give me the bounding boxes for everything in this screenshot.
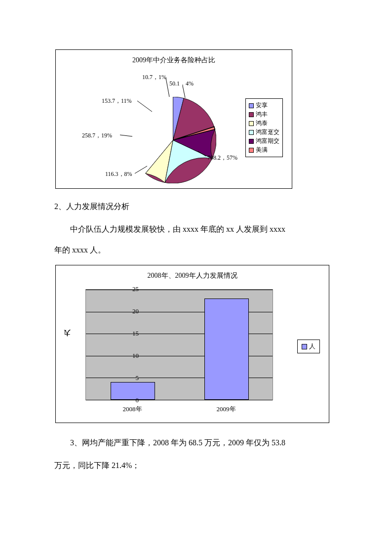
bar-2008 <box>111 382 155 400</box>
legend-item-hongtai: 鸿泰 <box>249 119 279 128</box>
pie-label-hongfudunjiao: 258.7，19% <box>82 131 112 140</box>
ytick-0: 0 <box>136 396 139 404</box>
pie-svg <box>130 97 216 183</box>
svg-line-5 <box>166 78 169 97</box>
legend-item-anxiang: 安享 <box>249 101 279 110</box>
bar-legend: 人 <box>297 340 320 353</box>
pie-chart-title: 2009年中介业务各险种占比 <box>56 50 292 65</box>
pie-chart-plot <box>130 97 216 185</box>
paragraph-1: 中介队伍人力规模发展较快，由 xxxx 年底的 xx 人发展到 xxxx <box>54 219 338 239</box>
ytick-25: 25 <box>132 285 139 293</box>
pie-label-hongtai: 116.3，8% <box>105 170 132 178</box>
ytick-5: 5 <box>136 374 139 382</box>
legend-item-hongfuqijiao: 鸿富期交 <box>249 137 279 145</box>
pie-label-hongfeng: 798.2，57% <box>207 154 237 162</box>
paragraph-4: 万元，同比下降 21.4%； <box>54 456 338 475</box>
pie-chart-container: 2009年中介业务各险种占比 50.1，4% 798.2，57% 116.3，8… <box>55 49 292 189</box>
pie-label-hongfuqijiao: 153.7，11% <box>102 97 132 105</box>
bar-legend-swatch <box>302 344 307 349</box>
ytick-20: 20 <box>132 307 139 315</box>
section-heading-2: 2、人力发展情况分析 <box>54 199 338 214</box>
bar-plot-area <box>85 289 273 400</box>
ytick-10: 10 <box>132 352 139 360</box>
bar-chart-title: 2008年、2009年人力发展情况 <box>56 265 329 280</box>
legend-item-hongfeng: 鸿丰 <box>249 110 279 119</box>
pie-label-meiman: 10.7，1% <box>142 73 166 82</box>
pie-legend: 安享 鸿丰 鸿泰 鸿富趸交 鸿富期交 美满 <box>245 98 283 157</box>
ytick-15: 15 <box>132 330 139 338</box>
paragraph-2: 年的 xxxx 人。 <box>54 240 338 260</box>
xtick-2009: 2009年 <box>217 405 236 414</box>
pie-label-anxiang: 50.1，4% <box>169 80 194 88</box>
legend-item-meiman: 美满 <box>249 146 279 154</box>
paragraph-3: 3、网均产能严重下降，2008 年为 68.5 万元，2009 年仅为 53.8 <box>54 433 338 453</box>
legend-item-hongfudunjiao: 鸿富趸交 <box>249 128 279 136</box>
bar-2009 <box>204 299 249 400</box>
bar-legend-label: 人 <box>309 342 315 351</box>
bar-chart-container: 2008年、2009年人力发展情况 0 5 10 15 20 25 2008年 … <box>55 265 329 423</box>
xtick-2008: 2008年 <box>123 405 142 414</box>
